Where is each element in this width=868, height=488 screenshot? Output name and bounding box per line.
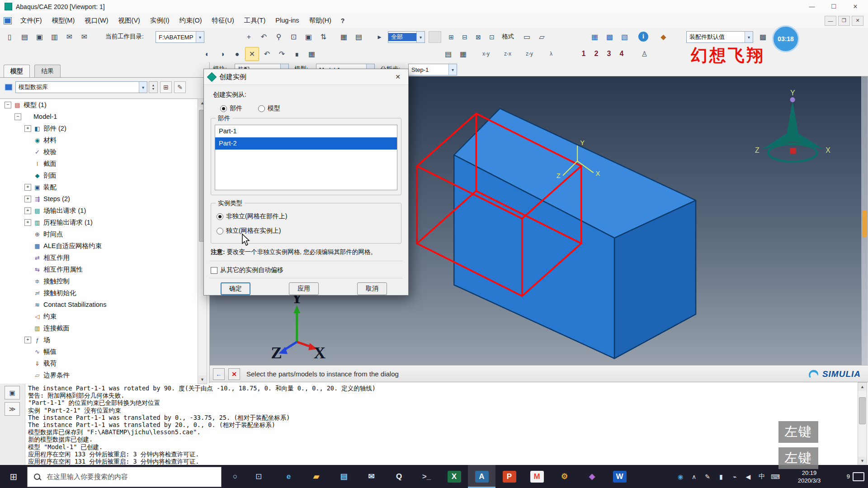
menu-item[interactable]: 约束(O) (175, 13, 207, 28)
taskbar-app[interactable]: ◆ (578, 465, 606, 488)
toolbar-icon[interactable]: ▣ (33, 30, 47, 44)
mdi-minimize-button[interactable]: — (825, 16, 836, 26)
mdi-restore-button[interactable]: ❐ (838, 16, 850, 26)
menu-item[interactable]: 工具(T) (239, 13, 271, 28)
message-area[interactable]: ▣ ≫ The instance Part-1-1 was rotated by… (0, 382, 868, 465)
previous-prompt-button[interactable]: ← (213, 368, 225, 380)
taskbar-app[interactable]: ▰ (302, 465, 330, 488)
mesh-display-icon[interactable]: ▧ (618, 30, 632, 44)
taskbar-app[interactable]: X (440, 465, 468, 488)
toolbar-icon[interactable]: ▯ (3, 30, 17, 44)
minimize-button[interactable]: — (801, 0, 823, 13)
query-info-icon[interactable]: i (638, 32, 648, 42)
chevron-down-icon[interactable]: ▾ (196, 32, 204, 42)
toolbar-icon[interactable]: ▣ (302, 30, 316, 44)
tree-item[interactable]: + ⇶ Steps (2) (0, 193, 198, 205)
tree-item[interactable]: ⊕ 时间点 (0, 228, 198, 240)
menu-item[interactable]: Plug-ins (270, 13, 304, 28)
tray-icon[interactable]: ▮ (714, 473, 728, 480)
tray-icon[interactable]: ⌁ (728, 473, 741, 480)
toolbar-icon[interactable]: ∎ (290, 47, 304, 61)
taskbar-app[interactable]: M (523, 465, 551, 488)
toolbar-icon[interactable]: ▥ (47, 30, 61, 44)
tree-expander-icon[interactable]: − (14, 113, 21, 120)
menu-item[interactable]: 文件(F) (15, 13, 47, 28)
person-icon[interactable]: ♙ (637, 47, 651, 61)
mesh-display-icon[interactable]: ▦ (588, 30, 602, 44)
toolbar-icon[interactable]: ✕ (245, 47, 259, 61)
tree-item[interactable]: ✓ 校验 (0, 146, 198, 158)
part-list-item[interactable]: Part-1 (215, 125, 397, 137)
kernel-prompt-icon[interactable]: ≫ (5, 402, 20, 416)
view-number-button[interactable]: 3 (603, 47, 615, 61)
tray-icon[interactable]: ✎ (701, 473, 714, 480)
color-code-combobox[interactable]: 装配件默认值 ▾ (686, 31, 753, 43)
task-view-button[interactable]: ⊡ (249, 465, 269, 488)
tree-item[interactable]: ≓ 接触初始化 (0, 287, 198, 299)
chevron-down-icon[interactable]: ▾ (139, 82, 147, 93)
tree-expander-icon[interactable]: − (5, 102, 11, 108)
scroll-down-icon[interactable]: ▼ (858, 457, 867, 465)
tray-icon[interactable]: ⌨ (769, 473, 782, 480)
taskbar-app[interactable]: ✉ (358, 465, 385, 488)
tree-item[interactable]: ▦ ALE自适应网格约束 (0, 240, 198, 252)
cancel-procedure-button[interactable]: ✕ (228, 368, 240, 380)
menu-item[interactable]: 实例(I) (145, 13, 175, 28)
chevron-down-icon[interactable]: ▾ (745, 32, 753, 42)
toolbar-icon[interactable]: ▦ (337, 30, 351, 44)
menu-item[interactable]: 模型(M) (47, 13, 80, 28)
toolbar-icon[interactable]: ▱ (535, 30, 549, 44)
tab-model[interactable]: 模型 (4, 65, 30, 78)
taskbar-app[interactable]: ⚙ (551, 465, 578, 488)
tray-icon[interactable]: ◉ (674, 473, 687, 480)
taskbar-app[interactable]: e (275, 465, 302, 488)
workdir-combobox[interactable]: F:\ABATEMP ▾ (156, 31, 204, 43)
taskbar-app[interactable]: W (606, 465, 633, 488)
scroll-up-icon[interactable]: ▲ (858, 383, 867, 391)
dialog-close-icon[interactable]: ✕ (390, 71, 406, 82)
tree-item[interactable]: ◁ 约束 (0, 310, 198, 322)
tree-expander-icon[interactable]: + (24, 196, 31, 202)
taskbar-app[interactable]: ▤ (330, 465, 358, 488)
toolbar-icon[interactable]: ↶ (257, 30, 271, 44)
toolbar-icon[interactable]: ↶ (260, 47, 274, 61)
toolbar-icon[interactable]: ⊞ (445, 31, 458, 43)
tree-item[interactable]: ▱ 边界条件 (0, 369, 198, 381)
radio-dependent[interactable]: 非独立(网格在部件上) (217, 212, 287, 221)
toolbar-icon[interactable]: ✉ (62, 30, 76, 44)
toolbar-icon[interactable]: ▦ (456, 47, 470, 61)
tree-item[interactable]: ⇆ 相互作用属性 (0, 263, 198, 275)
tree-expander-icon[interactable]: + (24, 219, 31, 226)
tray-icon[interactable]: 中 (755, 473, 769, 481)
tree-item[interactable]: ▥ 连接截面 (0, 322, 198, 334)
render-style-icon[interactable]: ▩ (756, 30, 770, 44)
tree-item[interactable]: ≑ 接触控制 (0, 275, 198, 287)
mdi-close-button[interactable]: ✕ (852, 16, 863, 26)
menu-item[interactable]: 特征(U) (207, 13, 239, 28)
toolbar-icon[interactable]: ▤ (352, 30, 366, 44)
tree-item[interactable]: ⇄ 相互作用 (0, 252, 198, 263)
log-scrollbar[interactable]: ▲ ▼ (858, 382, 867, 465)
toolbar-icon[interactable]: ⊠ (472, 31, 485, 43)
toolbar-icon[interactable]: ▤ (18, 30, 32, 44)
tree-spinner[interactable]: ▲▼ (149, 81, 158, 93)
chevron-down-icon[interactable]: ▾ (416, 32, 425, 42)
maximize-button[interactable]: ☐ (823, 0, 844, 13)
toolbar-icon[interactable]: ◐ (200, 47, 214, 61)
csys-tool-icon[interactable]: z-y (519, 47, 540, 61)
tray-icon[interactable]: ∧ (687, 473, 701, 480)
view-number-button[interactable]: 1 (578, 47, 590, 61)
toolbar-icon[interactable]: ● (230, 47, 244, 61)
taskbar-search-input[interactable]: 在这里输入你要搜索的内容 (27, 467, 222, 487)
selection-scope-combobox[interactable]: 全部 ▾ (388, 31, 425, 43)
part-list-item[interactable]: Part-2 (215, 137, 397, 150)
toolbar-icon[interactable]: ⚲ (272, 30, 286, 44)
step-combobox[interactable]: Step-1▾ (408, 64, 457, 75)
tree-item[interactable]: + ◧ 部件 (2) (0, 122, 198, 134)
edit-filter-icon[interactable]: ✎ (174, 81, 186, 93)
tray-icon[interactable]: ◀ (741, 473, 755, 480)
taskbar-app[interactable]: P (495, 465, 523, 488)
tree-item[interactable]: + ▥ 历程输出请求 (1) (0, 216, 198, 228)
log-scroll-thumb[interactable] (859, 397, 866, 424)
cancel-button[interactable]: 取消 (357, 282, 387, 295)
